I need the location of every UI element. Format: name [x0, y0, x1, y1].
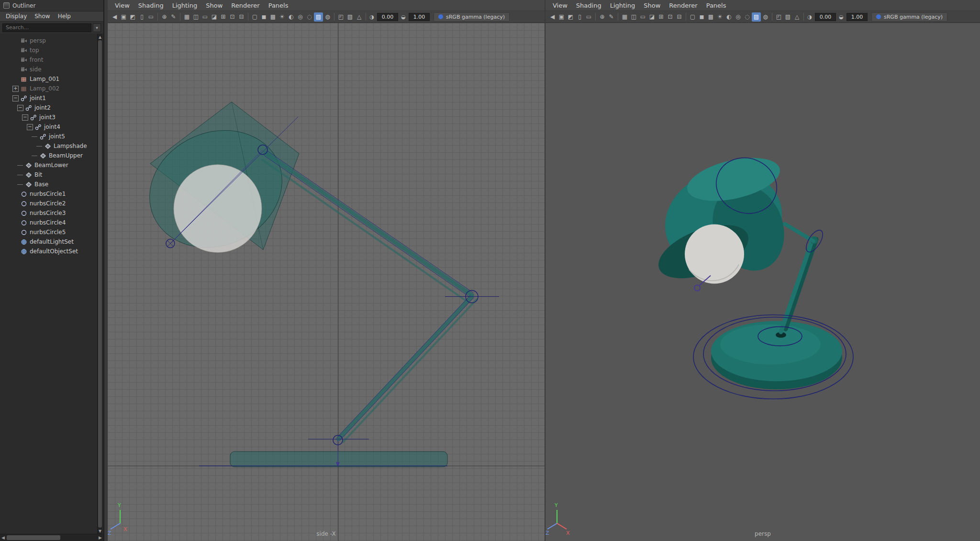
image-plane-icon[interactable]: ▭ — [146, 12, 156, 22]
vscrollbar-thumb[interactable] — [98, 40, 102, 528]
gate-mask-icon[interactable]: ◪ — [647, 12, 657, 22]
view-transform-button[interactable]: sRGB gamma (legacy) — [434, 12, 510, 22]
menu-show[interactable]: Show — [31, 13, 54, 20]
outliner-item-top[interactable]: top — [0, 45, 103, 55]
menu-lighting[interactable]: Lighting — [168, 1, 202, 10]
viewport-canvas-persp[interactable]: Y Z X persp — [546, 23, 980, 541]
select-camera-icon[interactable]: ◀ — [110, 12, 119, 22]
grid-icon[interactable]: ▦ — [620, 12, 629, 22]
outliner-item-nurbsCircle2[interactable]: nurbsCircle2 — [0, 199, 103, 208]
2d-pan-zoom-icon[interactable]: ⊕ — [598, 12, 607, 22]
outliner-item-persp[interactable]: persp — [0, 36, 103, 45]
shaded-icon[interactable]: ◼ — [697, 12, 706, 22]
film-gate-icon[interactable]: ◫ — [629, 12, 638, 22]
outliner-item-BeamLower[interactable]: BeamLower — [0, 160, 103, 170]
exposure-icon[interactable]: ◑ — [368, 12, 376, 22]
menu-renderer[interactable]: Renderer — [227, 1, 264, 10]
xray-icon[interactable]: ▧ — [783, 12, 792, 22]
xray-joints-icon[interactable]: △ — [792, 12, 802, 22]
scroll-left-icon[interactable]: ◀ — [0, 534, 6, 541]
outliner-item-side[interactable]: side — [0, 65, 103, 74]
scroll-up-icon[interactable]: ▲ — [98, 34, 102, 40]
outliner-item-BeamUpper[interactable]: BeamUpper — [0, 151, 103, 160]
expand-icon[interactable]: + — [12, 86, 19, 92]
safe-action-icon[interactable]: ⊡ — [666, 12, 675, 22]
viewport-canvas-side[interactable]: Y Z X side -X — [108, 23, 545, 541]
bookmarks-icon[interactable]: ▯ — [137, 12, 146, 22]
film-gate-icon[interactable]: ◫ — [191, 12, 200, 22]
outliner-item-defaultObjectSet[interactable]: defaultObjectSet — [0, 247, 103, 256]
gate-mask-icon[interactable]: ◪ — [210, 12, 219, 22]
menu-view[interactable]: View — [111, 1, 134, 10]
outliner-item-Lamp_002[interactable]: +Lamp_002 — [0, 84, 103, 93]
lighting-icon[interactable]: ☀ — [715, 12, 724, 22]
lamp-shade[interactable] — [651, 150, 813, 289]
outliner-item-joint1[interactable]: −joint1 — [0, 93, 103, 103]
lamp-base[interactable] — [711, 321, 842, 389]
outliner-vscrollbar[interactable]: ▲ ▼ — [97, 34, 102, 534]
outliner-item-joint5[interactable]: joint5 — [0, 132, 103, 141]
lock-camera-icon[interactable]: ▣ — [557, 12, 566, 22]
menu-lighting[interactable]: Lighting — [606, 1, 640, 10]
wireframe-icon[interactable]: ▢ — [688, 12, 697, 22]
safe-title-icon[interactable]: ⊟ — [675, 12, 684, 22]
grease-pencil-icon[interactable]: ✎ — [169, 12, 178, 22]
motion-blur-icon[interactable]: ◌ — [305, 12, 314, 22]
exposure-field[interactable] — [815, 13, 836, 21]
menu-panels[interactable]: Panels — [264, 1, 293, 10]
shaded-icon[interactable]: ◼ — [259, 12, 268, 22]
gamma-icon[interactable]: ◒ — [837, 12, 845, 22]
outliner-item-Base[interactable]: Base — [0, 180, 103, 189]
shadows-icon[interactable]: ◐ — [724, 12, 734, 22]
menu-renderer[interactable]: Renderer — [665, 1, 702, 10]
anti-aliasing-icon[interactable]: ▨ — [752, 12, 761, 22]
menu-shading[interactable]: Shading — [572, 1, 606, 10]
field-chart-icon[interactable]: ⊞ — [657, 12, 666, 22]
field-chart-icon[interactable]: ⊞ — [219, 12, 228, 22]
depth-of-field-icon[interactable]: ◍ — [761, 12, 770, 22]
resolution-gate-icon[interactable]: ▭ — [638, 12, 647, 22]
collapse-icon[interactable]: − — [12, 95, 19, 101]
scroll-down-icon[interactable]: ▼ — [98, 528, 102, 534]
outliner-item-joint2[interactable]: −joint2 — [0, 103, 103, 113]
isolate-select-icon[interactable]: ◰ — [336, 12, 345, 22]
lamp-base-side[interactable] — [230, 451, 447, 467]
search-filter-dropdown-icon[interactable]: ▾ — [93, 23, 101, 32]
outliner-item-joint4[interactable]: −joint4 — [0, 122, 103, 132]
outliner-item-nurbsCircle1[interactable]: nurbsCircle1 — [0, 189, 103, 199]
lock-camera-icon[interactable]: ▣ — [119, 12, 128, 22]
scroll-right-icon[interactable]: ▶ — [97, 534, 103, 541]
shadows-icon[interactable]: ◐ — [287, 12, 296, 22]
grease-pencil-icon[interactable]: ✎ — [607, 12, 616, 22]
outliner-item-nurbsCircle4[interactable]: nurbsCircle4 — [0, 218, 103, 227]
outliner-item-joint3[interactable]: −joint3 — [0, 113, 103, 122]
textured-icon[interactable]: ▩ — [706, 12, 715, 22]
menu-display[interactable]: Display — [2, 13, 31, 20]
collapse-icon[interactable]: − — [17, 105, 23, 111]
safe-action-icon[interactable]: ⊡ — [228, 12, 237, 22]
view-transform-button[interactable]: sRGB gamma (legacy) — [871, 12, 947, 22]
image-plane-icon[interactable]: ▭ — [584, 12, 593, 22]
grid-icon[interactable]: ▦ — [182, 12, 191, 22]
ambient-occlusion-icon[interactable]: ◎ — [296, 12, 305, 22]
isolate-select-icon[interactable]: ◰ — [774, 12, 783, 22]
outliner-item-Lamp_001[interactable]: Lamp_001 — [0, 74, 103, 84]
collapse-icon[interactable]: − — [22, 114, 28, 121]
anti-aliasing-icon[interactable]: ▨ — [314, 12, 323, 22]
exposure-icon[interactable]: ◑ — [806, 12, 813, 22]
outliner-item-defaultLightSet[interactable]: defaultLightSet — [0, 237, 103, 247]
gamma-icon[interactable]: ◒ — [400, 12, 407, 22]
outliner-hscrollbar[interactable]: ◀ ▶ — [0, 534, 103, 541]
camera-attributes-icon[interactable]: ◩ — [128, 12, 137, 22]
exposure-field[interactable] — [377, 13, 398, 21]
hscrollbar-thumb[interactable] — [7, 535, 60, 540]
2d-pan-zoom-icon[interactable]: ⊕ — [160, 12, 169, 22]
gamma-field[interactable] — [846, 13, 868, 21]
resolution-gate-icon[interactable]: ▭ — [200, 12, 210, 22]
depth-of-field-icon[interactable]: ◍ — [323, 12, 332, 22]
lamp-arm-side[interactable] — [262, 151, 477, 442]
search-input[interactable] — [2, 23, 91, 32]
xray-joints-icon[interactable]: △ — [355, 12, 364, 22]
textured-icon[interactable]: ▩ — [268, 12, 278, 22]
outliner-item-nurbsCircle3[interactable]: nurbsCircle3 — [0, 208, 103, 218]
